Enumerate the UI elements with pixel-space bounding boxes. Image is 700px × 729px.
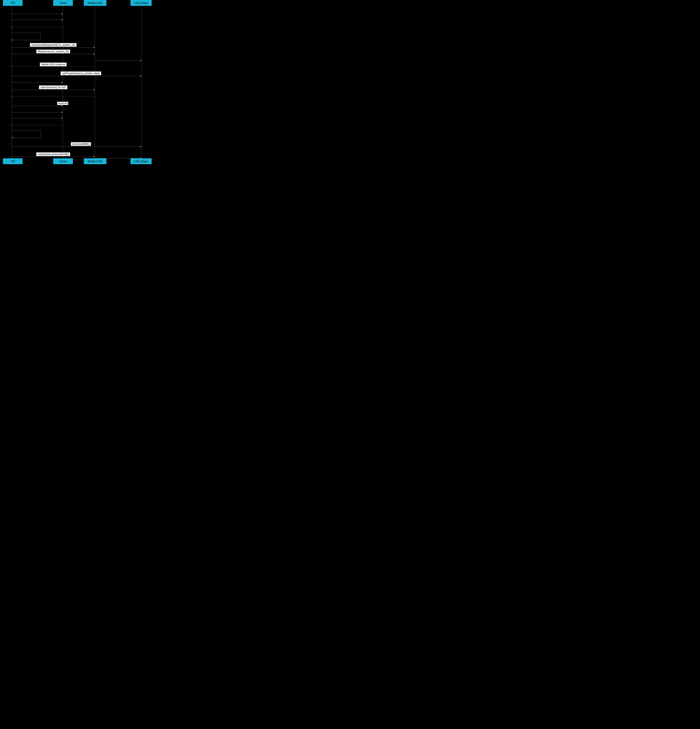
participant-tuner-top: Tuner [53, 0, 73, 6]
participant-tis-top: TIS [3, 0, 23, 6]
participant-casplugin-top: CAS plugin [131, 0, 152, 6]
participant-mediacas-top: Media CAS [84, 0, 106, 6]
msg-opensession [12, 90, 95, 90]
sequence-diagram: TIS Tuner Media CAS CAS plugin TIS Tuner… [0, 0, 152, 164]
participant-tis-bottom: TIS [3, 158, 23, 164]
participant-casplugin-bottom: CAS plugin [131, 158, 152, 164]
label-setprivatedata: setPrivateData(ca_private_data) [61, 71, 101, 75]
label-issystemidsupported: isSystemIdSupported(CA_system_id) [30, 43, 76, 47]
msg-issystemidsupported [12, 47, 95, 48]
label-processecm: casSession.processECM() [36, 152, 70, 156]
participant-tuner-bottom: Tuner [53, 158, 73, 164]
label-sessionid: sessionId [57, 102, 68, 105]
msg-mediacas-instance-return [12, 66, 95, 67]
label-mediacas-instance: Media CAS instance [40, 63, 67, 66]
msg-tis-tuner-1 [12, 14, 63, 14]
msg-tis-self-1 [12, 33, 41, 40]
msg-mediacas-plugin-2 [95, 158, 141, 158]
lifeline-casplugin [141, 6, 142, 158]
label-opensession: openSession() for A/V [39, 86, 67, 89]
msg-tuner-tis-return-2 [12, 125, 63, 125]
label-mediacas-ctor: MediaCas(cas_system_id) [36, 50, 70, 53]
msg-tis-tuner-3 [12, 82, 63, 83]
label-processemm: processEMM() [71, 142, 91, 146]
participant-mediacas-bottom: Media CAS [84, 158, 106, 164]
msg-processecm [12, 157, 95, 157]
msg-tis-self-2 [12, 131, 41, 138]
